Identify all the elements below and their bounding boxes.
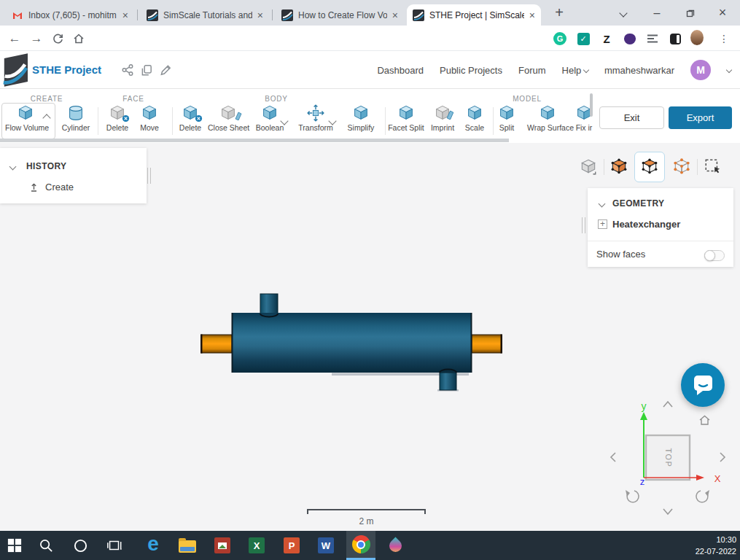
sidebar-extension-icon[interactable] xyxy=(669,32,682,45)
powerpoint-button[interactable]: P xyxy=(277,531,306,560)
nav-public-projects[interactable]: Public Projects xyxy=(440,65,502,76)
tab-close-icon[interactable]: × xyxy=(392,10,398,20)
simplify-button[interactable]: Simplify xyxy=(340,104,381,132)
excel-button[interactable]: X xyxy=(242,531,271,560)
wrap-surface-button[interactable]: Wrap Surface xyxy=(527,104,568,132)
cortana-icon xyxy=(73,538,88,553)
cylinder-icon xyxy=(67,104,85,122)
share-project-icon[interactable] xyxy=(121,63,134,77)
user-avatar[interactable]: M xyxy=(690,60,711,80)
y-axis-arrow xyxy=(640,412,647,420)
inlet-pipe-left[interactable] xyxy=(200,335,232,354)
reload-icon[interactable] xyxy=(49,30,66,47)
section-create: CREATE xyxy=(17,95,76,103)
cortana-button[interactable] xyxy=(66,531,95,560)
tab-sthe-project-active[interactable]: STHE Project | SimScale × xyxy=(407,4,541,26)
rotate-left-chevron[interactable] xyxy=(611,453,615,462)
word-button[interactable]: W xyxy=(311,531,340,560)
select-edge-vertex-mode-button[interactable] xyxy=(668,153,696,181)
picture-manager-button[interactable] xyxy=(208,531,237,560)
tab-create-flow-volume[interactable]: How to Create Flow Vo × xyxy=(276,4,404,26)
edge-button[interactable]: e xyxy=(139,531,168,560)
ribbon-horizontal-scrollbar[interactable] xyxy=(0,139,509,142)
transform-icon xyxy=(307,104,324,122)
edit-project-icon[interactable] xyxy=(159,63,172,77)
history-panel-drag-handle[interactable] xyxy=(147,168,151,184)
ribbon-vertical-scrollbar[interactable] xyxy=(590,93,593,117)
export-button[interactable]: Export xyxy=(669,106,732,129)
close-window-button[interactable]: × xyxy=(712,0,733,26)
close-sheet-button[interactable]: Close Sheet xyxy=(208,104,249,132)
taskbar-clock[interactable]: 10:30 22-07-2022 xyxy=(696,534,736,557)
face-move-button[interactable]: Move xyxy=(129,104,170,132)
select-volume-mode-button[interactable] xyxy=(605,153,633,181)
tab-gmail-inbox[interactable]: Inbox (7,605) - mohitm × xyxy=(6,4,134,26)
rotate-right-chevron[interactable] xyxy=(720,453,725,462)
nav-help[interactable]: Help xyxy=(562,65,588,76)
minimize-button[interactable]: – xyxy=(646,0,668,26)
home-view-icon[interactable] xyxy=(700,416,709,425)
restore-button[interactable] xyxy=(679,0,701,26)
history-panel-title: HISTORY xyxy=(26,161,66,171)
geometry-item-heatexchanger[interactable]: Heatexchanger xyxy=(612,219,680,230)
geometry-panel-drag-handle[interactable] xyxy=(582,217,585,233)
exit-button[interactable]: Exit xyxy=(599,106,664,129)
history-collapse-icon[interactable] xyxy=(9,163,17,171)
heatexchanger-model[interactable] xyxy=(197,284,510,401)
view-navigation-widget[interactable]: y TOP X z xyxy=(598,394,740,529)
tab-close-icon[interactable]: × xyxy=(529,10,535,20)
chrome-button-active[interactable] xyxy=(346,531,375,560)
cylinder-button[interactable]: Cylinder xyxy=(55,104,96,132)
rotate-up-chevron[interactable] xyxy=(663,402,672,407)
file-explorer-button[interactable] xyxy=(173,531,202,560)
username-label: mmaheshwarkar xyxy=(604,65,674,76)
tab-close-icon[interactable]: × xyxy=(257,10,263,20)
top-nozzle[interactable] xyxy=(260,294,278,314)
teal-extension-icon[interactable]: ✓ xyxy=(577,32,590,45)
tab-title: How to Create Flow Vo xyxy=(298,10,387,20)
gmail-icon xyxy=(12,9,23,21)
z-extension-icon[interactable]: Z xyxy=(600,32,613,45)
browser-profile-avatar[interactable] xyxy=(690,31,704,44)
shell-body[interactable] xyxy=(232,313,472,373)
start-button[interactable] xyxy=(0,531,29,560)
paw-extension-icon[interactable] xyxy=(623,32,636,45)
bottom-nozzle[interactable] xyxy=(440,373,456,390)
back-icon[interactable]: ← xyxy=(6,30,23,47)
expand-plus-icon[interactable]: + xyxy=(598,219,607,229)
home-icon[interactable] xyxy=(70,30,87,47)
select-body-mode-button[interactable] xyxy=(575,153,602,181)
body-delete-button[interactable]: Delete xyxy=(170,104,211,132)
taskbar-search-button[interactable] xyxy=(31,531,61,560)
flow-volume-button[interactable]: Flow Volume xyxy=(5,104,46,132)
browser-menu-icon[interactable]: ⋮ xyxy=(717,32,731,45)
task-view-button[interactable] xyxy=(100,531,129,560)
x-axis-label: X xyxy=(714,473,721,484)
nav-dashboard[interactable]: Dashboard xyxy=(377,65,424,76)
outlet-pipe-right[interactable] xyxy=(472,335,502,354)
show-faces-toggle[interactable] xyxy=(704,250,725,261)
droplet-app-button[interactable] xyxy=(381,531,410,560)
nav-forum[interactable]: Forum xyxy=(518,65,546,76)
tab-simscale-tutorials[interactable]: SimScale Tutorials and × xyxy=(141,4,269,26)
new-tab-button[interactable]: + xyxy=(548,0,570,26)
geometry-collapse-icon[interactable] xyxy=(599,201,606,208)
simscale-favicon xyxy=(413,9,424,21)
account-chevron-icon[interactable] xyxy=(726,67,732,73)
split-button[interactable]: Split xyxy=(486,104,527,132)
forward-icon[interactable]: → xyxy=(28,30,45,47)
grammarly-extension-icon[interactable]: G xyxy=(553,32,566,45)
list-extension-icon[interactable] xyxy=(646,32,659,45)
tab-search-chevron-icon[interactable] xyxy=(612,0,634,26)
fix-button[interactable]: Fix ir xyxy=(564,104,604,132)
box-select-mode-button[interactable] xyxy=(699,153,727,181)
copy-project-icon[interactable] xyxy=(140,63,153,77)
facet-split-button[interactable]: Facet Split xyxy=(386,104,427,132)
task-view-icon xyxy=(106,538,122,553)
history-item-create[interactable]: Create xyxy=(45,182,74,192)
select-face-mode-button-active[interactable] xyxy=(634,152,665,182)
3d-viewport[interactable]: HISTORY Create xyxy=(0,143,740,531)
rotate-down-chevron[interactable] xyxy=(663,509,672,514)
show-faces-label: Show faces xyxy=(596,249,645,260)
tab-close-icon[interactable]: × xyxy=(122,10,128,20)
